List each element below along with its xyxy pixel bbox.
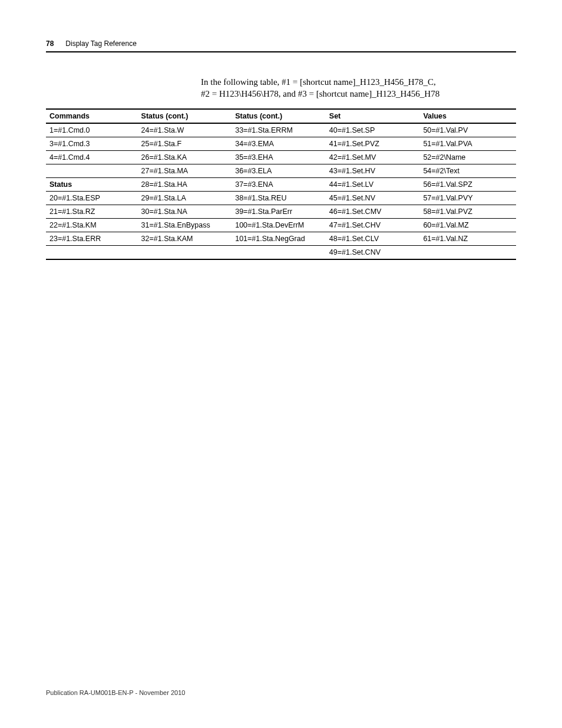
th-commands: Commands	[46, 109, 138, 123]
table-cell: 50=#1.Val.PV	[419, 123, 516, 137]
table-cell: 48=#1.Set.CLV	[326, 232, 420, 245]
table-cell: 47=#1.Set.CHV	[326, 218, 420, 232]
th-status-cont-2: Status (cont.)	[232, 109, 326, 123]
table-cell: 41=#1.Set.PVZ	[326, 137, 420, 150]
table-cell: 23=#1.Sta.ERR	[46, 232, 138, 245]
table-row: 49=#1.Set.CNV	[46, 245, 516, 259]
page-number: 78	[46, 39, 54, 48]
intro-line-1: In the following table, #1 = [shortcut n…	[201, 76, 516, 88]
table-cell: 25=#1.Sta.F	[138, 137, 232, 150]
table-cell: 58=#1.Val.PVZ	[419, 205, 516, 218]
header-rule	[46, 51, 516, 52]
table-row: 3=#1.Cmd.325=#1.Sta.F34=#3.EMA41=#1.Set.…	[46, 137, 516, 150]
page-header: 78 Display Tag Reference	[46, 39, 516, 48]
table-cell: 21=#1.Sta.RZ	[46, 205, 138, 218]
table-cell: 26=#1.Sta.KA	[138, 150, 232, 164]
table-row: 27=#1.Sta.MA36=#3.ELA43=#1.Set.HV54=#2\T…	[46, 164, 516, 177]
table-cell: 56=#1.Val.SPZ	[419, 177, 516, 191]
table-cell	[232, 245, 326, 259]
table-cell: 3=#1.Cmd.3	[46, 137, 138, 150]
table-cell: 100=#1.Sta.DevErrM	[232, 218, 326, 232]
table-cell: 31=#1.Sta.EnBypass	[138, 218, 232, 232]
intro-line-2: #2 = H123\H456\H78, and #3 = [shortcut n…	[201, 88, 516, 100]
th-set: Set	[326, 109, 420, 123]
table-cell: 46=#1.Set.CMV	[326, 205, 420, 218]
table-cell: 49=#1.Set.CNV	[326, 245, 420, 259]
table-cell: 44=#1.Set.LV	[326, 177, 420, 191]
table-header-row: Commands Status (cont.) Status (cont.) S…	[46, 109, 516, 123]
table-cell: 28=#1.Sta.HA	[138, 177, 232, 191]
table-row: 20=#1.Sta.ESP29=#1.Sta.LA38=#1.Sta.REU45…	[46, 191, 516, 205]
publication-footer: Publication RA-UM001B-EN-P - November 20…	[46, 689, 185, 696]
th-values: Values	[419, 109, 516, 123]
table-cell: 34=#3.EMA	[232, 137, 326, 150]
table-cell: 60=#1.Val.MZ	[419, 218, 516, 232]
table-cell: 32=#1.Sta.KAM	[138, 232, 232, 245]
table-cell: 4=#1.Cmd.4	[46, 150, 138, 164]
table-cell: 36=#3.ELA	[232, 164, 326, 177]
table-cell: 45=#1.Set.NV	[326, 191, 420, 205]
table-row: 23=#1.Sta.ERR32=#1.Sta.KAM101=#1.Sta.Neg…	[46, 232, 516, 245]
table-cell: 24=#1.Sta.W	[138, 123, 232, 137]
table-cell: 35=#3.EHA	[232, 150, 326, 164]
table-cell: 33=#1.Sta.ERRM	[232, 123, 326, 137]
table-cell: 43=#1.Set.HV	[326, 164, 420, 177]
table-cell: 52=#2\Name	[419, 150, 516, 164]
table-cell: 42=#1.Set.MV	[326, 150, 420, 164]
table-cell: 29=#1.Sta.LA	[138, 191, 232, 205]
table-cell: 39=#1.Sta.ParErr	[232, 205, 326, 218]
table-cell: 1=#1.Cmd.0	[46, 123, 138, 137]
table-cell: 101=#1.Sta.NegGrad	[232, 232, 326, 245]
tag-reference-table: Commands Status (cont.) Status (cont.) S…	[46, 108, 516, 260]
section-title: Display Tag Reference	[65, 39, 137, 48]
th-status-cont-1: Status (cont.)	[138, 109, 232, 123]
table-row: 4=#1.Cmd.426=#1.Sta.KA35=#3.EHA42=#1.Set…	[46, 150, 516, 164]
table-cell: 51=#1.Val.PVA	[419, 137, 516, 150]
table-cell: 54=#2\Text	[419, 164, 516, 177]
table-cell	[138, 245, 232, 259]
table-cell: 30=#1.Sta.NA	[138, 205, 232, 218]
table-cell	[46, 245, 138, 259]
intro-paragraph: In the following table, #1 = [shortcut n…	[201, 76, 516, 100]
table-cell: 40=#1.Set.SP	[326, 123, 420, 137]
table-cell	[419, 245, 516, 259]
table-cell: 37=#3.ENA	[232, 177, 326, 191]
table-cell: Status	[46, 177, 138, 191]
table-cell: 57=#1.Val.PVY	[419, 191, 516, 205]
table-row: Status28=#1.Sta.HA37=#3.ENA44=#1.Set.LV5…	[46, 177, 516, 191]
table-body: 1=#1.Cmd.024=#1.Sta.W33=#1.Sta.ERRM40=#1…	[46, 123, 516, 259]
table-row: 21=#1.Sta.RZ30=#1.Sta.NA39=#1.Sta.ParErr…	[46, 205, 516, 218]
table-cell: 27=#1.Sta.MA	[138, 164, 232, 177]
table-cell	[46, 164, 138, 177]
table-row: 22=#1.Sta.KM31=#1.Sta.EnBypass100=#1.Sta…	[46, 218, 516, 232]
table-cell: 22=#1.Sta.KM	[46, 218, 138, 232]
table-cell: 38=#1.Sta.REU	[232, 191, 326, 205]
table-cell: 20=#1.Sta.ESP	[46, 191, 138, 205]
table-row: 1=#1.Cmd.024=#1.Sta.W33=#1.Sta.ERRM40=#1…	[46, 123, 516, 137]
table-cell: 61=#1.Val.NZ	[419, 232, 516, 245]
